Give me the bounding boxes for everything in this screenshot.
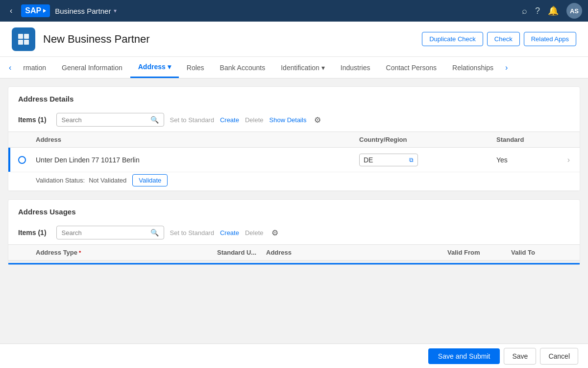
tab-address[interactable]: Address ▾ — [130, 57, 179, 78]
tab-industries[interactable]: Industries — [333, 58, 378, 78]
tab-identification-label: Identification — [281, 64, 319, 72]
tab-relationships[interactable]: Relationships — [444, 58, 501, 78]
app-title-arrow-icon: ▾ — [114, 7, 117, 14]
address-details-title: Address Details — [8, 87, 580, 109]
col-header-address-u: Address — [266, 249, 447, 256]
address-usages-title: Address Usages — [8, 200, 580, 222]
address-gear-icon[interactable]: ⚙ — [314, 115, 321, 125]
cancel-button[interactable]: Cancel — [540, 348, 578, 365]
col-header-valid-from: Valid From — [447, 249, 511, 256]
usage-delete-button: Delete — [245, 229, 264, 237]
address-delete-button: Delete — [245, 116, 264, 124]
address-row-radio[interactable] — [18, 156, 26, 164]
page-title: New Business Partner — [43, 33, 150, 46]
app-title-text: Business Partner — [55, 7, 111, 15]
save-and-submit-button[interactable]: Save and Submit — [428, 348, 500, 364]
required-star: * — [77, 250, 81, 256]
tab-roles[interactable]: Roles — [179, 58, 212, 78]
col-header-standard-u: Standard U... — [217, 249, 266, 256]
search-nav-icon[interactable]: ⌕ — [522, 6, 527, 16]
usage-gear-icon[interactable]: ⚙ — [271, 228, 278, 237]
main-content: Address Details Items (1) 🔍 Set to Stand… — [0, 79, 588, 343]
header-actions: Duplicate Check Check Related Apps — [422, 32, 576, 46]
usage-search-icon: 🔍 — [150, 229, 159, 237]
col-header-country: Country/Region — [359, 136, 496, 143]
sap-logo-text: SAP — [25, 6, 41, 15]
address-row-group: Unter Den Linden 77 10117 Berlin DE ⧉ Ye… — [8, 148, 580, 191]
address-usages-section: Address Usages Items (1) 🔍 Set to Standa… — [8, 199, 580, 265]
usage-row-indicator — [8, 261, 580, 264]
usage-search-box: 🔍 — [56, 226, 164, 239]
address-search-input[interactable] — [62, 116, 150, 124]
sap-logo-triangle-icon — [43, 9, 46, 13]
usage-table-header: Address Type * Standard U... Address Val… — [8, 244, 580, 261]
tabs-bar: ‹ rmation General Information Address ▾ … — [0, 57, 588, 79]
tab-scroll-left-button[interactable]: ‹ — [5, 63, 15, 72]
validation-value: Not Validated — [89, 177, 126, 184]
address-create-button[interactable]: Create — [220, 116, 239, 124]
table-row: Unter Den Linden 77 10117 Berlin DE ⧉ Ye… — [8, 148, 580, 172]
address-show-details-button[interactable]: Show Details — [270, 116, 307, 124]
row-indicator — [8, 148, 10, 172]
duplicate-check-button[interactable]: Duplicate Check — [422, 32, 483, 46]
validate-button[interactable]: Validate — [132, 174, 168, 186]
check-button[interactable]: Check — [487, 32, 520, 46]
col-header-standard: Standard — [496, 136, 555, 143]
country-value: DE — [364, 156, 373, 164]
usage-search-input[interactable] — [62, 229, 150, 237]
avatar[interactable]: AS — [566, 3, 582, 19]
country-field: DE ⧉ — [359, 154, 418, 166]
address-details-section: Address Details Items (1) 🔍 Set to Stand… — [8, 86, 580, 191]
header-app-icon — [12, 27, 35, 51]
col-header-action — [555, 136, 570, 143]
svg-rect-1 — [24, 34, 29, 39]
col-header-radio-u — [18, 249, 36, 256]
bell-icon[interactable]: 🔔 — [548, 5, 559, 16]
validation-row: Validation Status: Not Validated Validat… — [8, 172, 580, 190]
col-header-address: Address — [36, 136, 359, 143]
validation-label: Validation Status: — [36, 177, 85, 184]
related-apps-button[interactable]: Related Apps — [524, 32, 576, 46]
back-button[interactable]: ‹ — [6, 4, 16, 17]
col-header-radio — [18, 136, 36, 143]
standard-value: Yes — [496, 156, 555, 164]
address-value: Unter Den Linden 77 10117 Berlin — [36, 156, 359, 164]
header-bar: New Business Partner Duplicate Check Che… — [0, 22, 588, 57]
tab-scroll-right-button[interactable]: › — [501, 63, 512, 72]
copy-icon[interactable]: ⧉ — [409, 157, 414, 163]
save-button[interactable]: Save — [504, 348, 536, 365]
address-search-icon: 🔍 — [150, 116, 159, 124]
top-navigation: ‹ SAP Business Partner ▾ ⌕ ? 🔔 AS — [0, 0, 588, 22]
address-table-header: Address Country/Region Standard — [8, 131, 580, 148]
tab-identification-arrow-icon: ▾ — [321, 64, 325, 72]
header-left: New Business Partner — [12, 27, 150, 51]
tab-information[interactable]: rmation — [15, 58, 54, 78]
tab-contact-persons[interactable]: Contact Persons — [378, 58, 445, 78]
app-title[interactable]: Business Partner ▾ — [55, 7, 117, 15]
footer-bar: Save and Submit Save Cancel — [0, 343, 588, 368]
col-header-valid-to: Valid To — [511, 249, 570, 256]
svg-rect-0 — [18, 34, 23, 39]
svg-rect-3 — [24, 40, 29, 45]
address-set-to-standard-button: Set to Standard — [170, 116, 214, 124]
address-search-box: 🔍 — [56, 113, 164, 127]
nav-right: ⌕ ? 🔔 AS — [522, 3, 582, 19]
address-usages-toolbar: Items (1) 🔍 Set to Standard Create Delet… — [8, 222, 580, 244]
usage-create-button[interactable]: Create — [220, 229, 239, 237]
tab-address-label: Address — [138, 63, 166, 71]
tab-identification[interactable]: Identification ▾ — [273, 58, 333, 78]
row-expand-icon[interactable]: › — [555, 156, 570, 164]
usage-set-to-standard-button: Set to Standard — [170, 229, 214, 237]
col-header-addr-type: Address Type * — [36, 249, 217, 256]
address-details-toolbar: Items (1) 🔍 Set to Standard Create Delet… — [8, 109, 580, 131]
sap-logo[interactable]: SAP — [21, 4, 50, 17]
address-items-count: Items (1) — [18, 116, 47, 124]
nav-left: ‹ SAP Business Partner ▾ — [6, 4, 117, 17]
svg-rect-2 — [18, 40, 23, 45]
tab-bank-accounts[interactable]: Bank Accounts — [212, 58, 273, 78]
help-icon[interactable]: ? — [535, 6, 540, 16]
tab-general-information[interactable]: General Information — [54, 58, 130, 78]
tab-address-arrow-icon: ▾ — [168, 63, 171, 71]
usage-items-count: Items (1) — [18, 229, 47, 237]
